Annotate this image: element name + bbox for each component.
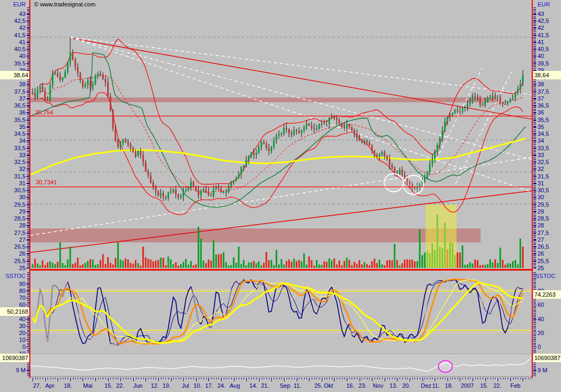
price-tick-label-right: 41 [538, 39, 544, 45]
price-tick-label-left: 31,5 [0, 173, 26, 179]
volume-chart-canvas[interactable] [30, 355, 533, 376]
sstoc-panel-label-right: SSTOC [535, 273, 556, 279]
price-tick-label-left: 28 [0, 222, 26, 228]
price-tick-label-right: 39,5 [538, 60, 549, 67]
axis-major-tick [533, 120, 536, 120]
price-tick-label-right: 43 [538, 11, 544, 17]
sstoc-axis-minor-ticks-right[interactable] [533, 272, 536, 353]
sstoc-tick-label-left: 0 [0, 344, 26, 350]
time-axis-label: Feb [510, 382, 521, 389]
last-price-badge-left: 38,64 [0, 71, 29, 79]
axis-major-tick [533, 333, 536, 333]
time-axis-label: 16. [346, 382, 354, 389]
main-panel-bottom-border [30, 269, 533, 271]
last-price-badge-right: 38,64 [533, 71, 561, 79]
price-tick-label-right: 36,5 [538, 102, 549, 109]
price-tick-label-left: 33,5 [0, 145, 26, 151]
price-tick-label-left: 39,5 [0, 60, 26, 67]
axis-major-tick [533, 169, 536, 169]
volume-value-badge-left: 10690387 [0, 354, 29, 362]
price-axis-minor-ticks-right[interactable] [533, 7, 536, 268]
time-axis-label: 17. [205, 382, 213, 389]
time-axis-label: 12. [151, 382, 159, 389]
axis-major-tick [533, 347, 536, 347]
price-tick-label-left: 28,5 [0, 215, 26, 222]
time-axis-label: 11. [432, 382, 440, 389]
sstoc-tick-label-left: 40 [0, 316, 26, 322]
price-tick-label-right: 40,5 [538, 46, 549, 52]
sstoc-tick-label-left: 20 [0, 330, 26, 336]
axis-major-tick [533, 112, 536, 113]
axis-major-tick [533, 240, 536, 240]
price-tick-label-left: 41 [0, 39, 26, 45]
axis-major-tick [533, 247, 536, 247]
axis-major-tick [533, 305, 536, 305]
sstoc-tick-label-left: 80 [0, 288, 26, 294]
price-tick-label-left: 40 [0, 53, 26, 59]
price-tick-label-right: 34 [538, 137, 544, 144]
time-axis-label: Sep [280, 382, 290, 389]
resistance-level-label: 35,754 [35, 109, 53, 116]
axis-major-tick [533, 42, 536, 43]
axis-major-tick [533, 162, 536, 162]
price-tick-label-right: 36 [538, 109, 544, 116]
time-axis-label: 15. [104, 382, 112, 389]
time-axis-ticks [30, 378, 533, 382]
price-tick-label-right: 41,5 [538, 32, 549, 38]
support-level-label: 30,7341 [36, 179, 57, 185]
time-axis-label: 22. [493, 382, 501, 389]
price-tick-label-right: 38 [538, 81, 544, 87]
axis-major-tick [533, 319, 536, 320]
time-axis-label: 20. [402, 382, 410, 389]
price-tick-label-left: 32,5 [0, 159, 26, 165]
axis-major-tick [533, 35, 536, 36]
price-tick-label-right: 35,5 [538, 117, 549, 123]
time-axis-label: Mai [83, 382, 93, 389]
axis-major-tick [533, 370, 536, 371]
price-tick-label-right: 25,5 [538, 258, 549, 264]
price-tick-label-right: 27,5 [538, 230, 549, 236]
axis-major-tick [533, 176, 536, 177]
axis-major-tick [533, 105, 536, 106]
price-tick-label-left: 29,5 [0, 201, 26, 208]
price-tick-label-left: 26,5 [0, 243, 26, 250]
sstoc-tick-label-left: 10 [0, 337, 26, 343]
price-chart-canvas[interactable] [30, 7, 533, 269]
price-tick-label-right: 29,5 [538, 201, 549, 208]
axis-major-tick [533, 141, 536, 141]
price-tick-label-left: 37,5 [0, 88, 26, 95]
price-tick-label-right: 27 [538, 236, 544, 243]
time-axis-label: 14. [249, 382, 257, 389]
axis-major-tick [533, 56, 536, 56]
sstoc-tick-label-right: 60 [538, 301, 544, 308]
axis-major-tick [533, 261, 536, 262]
price-tick-label-left: 27 [0, 236, 26, 243]
sstoc-chart-canvas[interactable] [30, 272, 533, 354]
price-tick-label-left: 34 [0, 137, 26, 144]
price-tick-label-left: 27,5 [0, 230, 26, 236]
price-tick-label-left: 41,5 [0, 32, 26, 38]
sstoc-panel-label-left: SSTOC [0, 273, 26, 279]
time-axis-label: 18. [445, 382, 453, 389]
time-axis-label: 23. [359, 382, 367, 389]
time-axis-label: 22. [116, 382, 124, 389]
price-tick-label-left: 25,5 [0, 258, 26, 264]
time-axis-label: 11. [294, 382, 301, 389]
price-tick-label-right: 32 [538, 166, 544, 172]
axis-major-tick [533, 63, 536, 64]
volume-tick-label-left: 9 M [0, 367, 26, 373]
price-tick-label-right: 26 [538, 250, 544, 257]
price-tick-label-left: 35,5 [0, 117, 26, 123]
time-axis-label: 24. [217, 382, 225, 389]
axis-major-tick [533, 225, 536, 226]
price-tick-label-left: 31 [0, 180, 26, 186]
axis-major-tick [533, 254, 536, 254]
sstoc-tick-label-left: 90 [0, 281, 26, 287]
axis-major-tick [533, 183, 536, 184]
axis-major-tick [533, 99, 536, 99]
copyright-text: © www.tradesignal.com [34, 1, 95, 7]
price-tick-label-right: 37,5 [538, 88, 549, 95]
time-axis-label: 27. [33, 382, 41, 389]
sstoc-tick-label-right: 40 [538, 316, 544, 322]
time-axis-label: Apr [45, 382, 54, 389]
